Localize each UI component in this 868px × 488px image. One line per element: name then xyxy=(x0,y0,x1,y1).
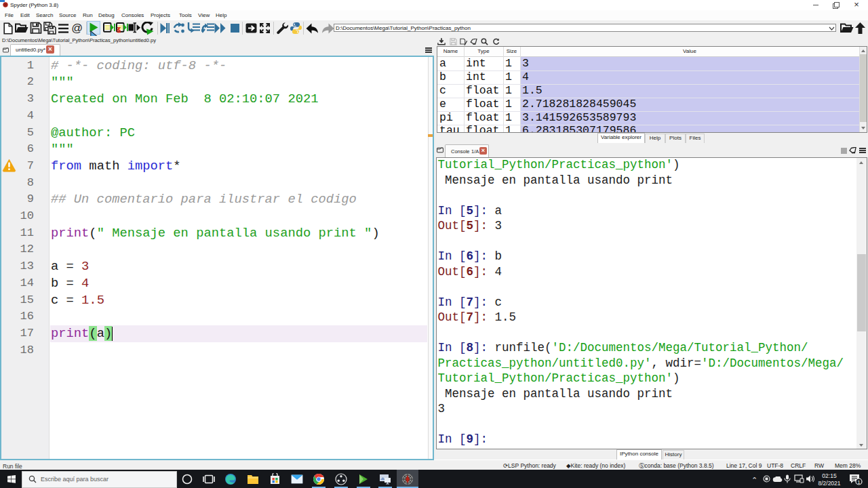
svg-text:1: 1 xyxy=(857,479,861,485)
